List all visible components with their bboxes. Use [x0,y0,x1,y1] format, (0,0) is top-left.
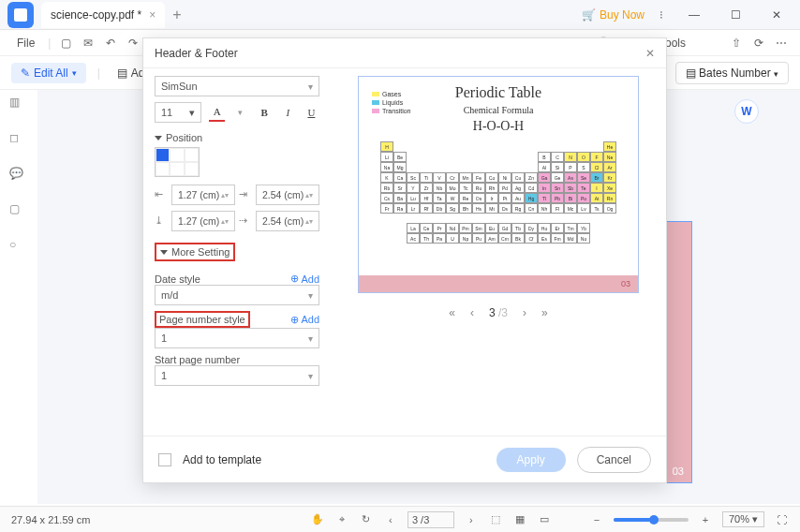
prev-page-icon[interactable]: ‹ [383,512,398,527]
margin-top-icon: ⤓ [155,214,168,228]
rotate-icon[interactable]: ↻ [359,512,374,527]
dialog-preview-panel: Gases Liquids Transition Periodic Table … [331,68,666,436]
mail-icon[interactable]: ✉ [81,36,96,51]
date-style-select[interactable]: m/d▾ [155,285,319,305]
titlebar: science-copy.pdf * × + 🛒 Buy Now ⁝ — ☐ ✕ [0,0,800,30]
margin-right-input[interactable]: 2.54 (cm)▴▾ [256,185,319,205]
italic-button[interactable]: I [280,103,296,122]
dialog-footer: Add to template Apply Cancel [143,436,666,482]
date-style-label: Date style [155,273,200,285]
font-family-select[interactable]: SimSun ▾ [155,76,319,96]
margin-left-icon: ⇤ [155,188,168,201]
apply-button[interactable]: Apply [496,448,566,472]
single-page-icon[interactable]: ▭ [537,512,552,527]
pager-total: /3 [498,306,508,319]
font-size-select[interactable]: 11 ▾ [155,102,201,123]
position-label: Position [166,132,202,143]
periodic-table-lanth: LaCePrNdPmSmEuGdTbDyHoErTmYbAcThPaUNpPuA… [407,223,590,244]
page-number-style-label: Page number style [159,314,245,325]
number-icon: ▤ [686,66,699,80]
chevron-down-icon[interactable]: ▾ [232,103,248,122]
dialog-close-button[interactable]: ✕ [645,47,655,60]
bates-number-button[interactable]: ▤ Bates Number ▾ [675,62,789,84]
close-window-button[interactable]: ✕ [761,3,793,27]
add-page-icon: ▤ [117,66,127,80]
underline-button[interactable]: U [304,103,319,122]
word-badge-icon[interactable]: W [734,99,759,124]
chevron-down-icon: ▾ [308,81,313,92]
margin-right-value: 2.54 (cm) [262,189,304,200]
apply-label: Apply [517,453,545,466]
add-date-button[interactable]: ⊕Add [290,273,319,285]
more-setting-label: More Setting [171,246,230,258]
start-page-value: 1 [161,370,167,381]
undo-icon[interactable]: ↶ [103,36,118,51]
comment-icon[interactable]: 💬 [9,167,28,185]
search-side-icon[interactable]: ○ [9,238,28,257]
page-number-style-select[interactable]: 1▾ [155,328,319,348]
buy-now-link[interactable]: 🛒 Buy Now [582,8,644,22]
preview-legend: Gases Liquids Transition [372,90,410,115]
date-style-value: m/d [161,289,178,301]
pager-first-button[interactable]: « [449,306,455,319]
pager-current: 3 [489,306,496,319]
pager-next-button[interactable]: › [523,306,526,319]
start-page-select[interactable]: 1▾ [155,365,319,386]
margin-bottom-input[interactable]: 2.54 (cm)▴▾ [256,211,319,231]
fullscreen-icon[interactable]: ⛶ [774,512,789,527]
zoom-slider[interactable] [614,518,689,522]
file-menu[interactable]: File [11,35,40,52]
redo-icon[interactable]: ↷ [126,36,141,51]
page-number-style-value: 1 [161,332,167,344]
edit-all-button[interactable]: ✎ Edit All ▾ [11,63,86,83]
position-section: Position [155,132,319,143]
select-tool-icon[interactable]: ⌖ [334,512,349,527]
page-number-style-section: Page number style [155,311,250,328]
margin-left-input[interactable]: 1.27 (cm)▴▾ [171,185,235,205]
page-dimensions: 27.94 x 21.59 cm [11,514,90,525]
bookmark-icon[interactable]: ◻ [9,131,28,150]
menu-dots-icon[interactable]: ⁝ [654,7,669,22]
dialog-settings-panel: SimSun ▾ 11 ▾ A ▾ B I U Position ⇤ [143,68,331,436]
bold-button[interactable]: B [256,103,272,122]
minimize-button[interactable]: — [678,3,710,27]
thumbnails-icon[interactable]: ▥ [9,96,28,114]
share-icon[interactable]: ⇧ [729,36,744,51]
zoom-in-icon[interactable]: + [698,512,713,527]
zoom-out-icon[interactable]: − [589,512,604,527]
margin-bottom-icon: ⇢ [239,214,252,228]
fit-width-icon[interactable]: ⬚ [488,512,503,527]
preview-title: Periodic Table [455,84,541,101]
pager-prev-button[interactable]: ‹ [470,306,474,319]
chevron-down-icon: ▾ [189,107,195,119]
add-page-number-button[interactable]: ⊕Add [290,314,319,326]
save-icon[interactable]: ▢ [58,36,73,51]
hand-tool-icon[interactable]: ✋ [310,512,325,527]
dialog-header: Header & Footer ✕ [143,38,666,68]
pager-last-button[interactable]: » [541,306,548,319]
overflow-icon[interactable]: ⋯ [774,36,789,51]
margin-top-input[interactable]: 1.27 (cm)▴▾ [171,211,235,231]
header-footer-dialog: Header & Footer ✕ SimSun ▾ 11 ▾ A ▾ B I … [142,37,667,483]
page-input[interactable]: 3 /3 [407,511,454,528]
page-input-value: 3 /3 [412,514,429,525]
preview-subtitle: Chemical Formula [464,105,534,115]
close-tab-icon[interactable]: × [149,8,156,22]
font-color-button[interactable]: A [209,103,225,122]
zoom-value: 70% [729,513,749,525]
cart-icon: 🛒 [582,8,596,22]
new-tab-button[interactable]: + [172,7,181,23]
preview-formula: H-O-O-H [473,119,524,134]
cancel-button[interactable]: Cancel [577,447,651,473]
document-tab[interactable]: science-copy.pdf * × [41,2,165,28]
more-setting-section[interactable]: More Setting [155,243,235,261]
attachment-icon[interactable]: ▢ [9,202,28,221]
maximize-button[interactable]: ☐ [719,3,751,27]
add-template-checkbox[interactable] [158,453,171,466]
cloud-icon[interactable]: ⟳ [751,36,766,51]
next-page-icon[interactable]: › [464,512,479,527]
start-page-label: Start page number [155,354,240,365]
fit-page-icon[interactable]: ▦ [512,512,527,527]
position-grid[interactable] [155,147,200,177]
zoom-select[interactable]: 70% ▾ [722,511,764,527]
